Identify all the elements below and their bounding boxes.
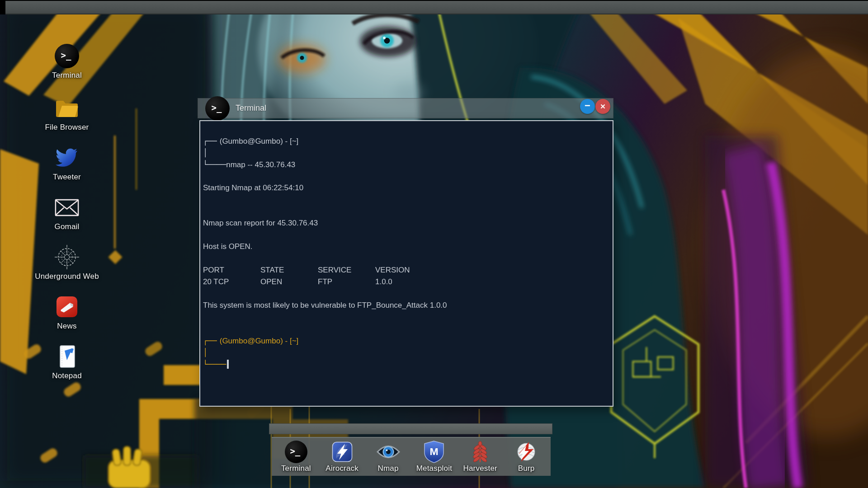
terminal-prompt-glyph: >_ — [290, 446, 300, 456]
desktop-icon-underground-web[interactable]: Underground Web — [28, 244, 105, 281]
dock-item-label: Terminal — [281, 464, 311, 473]
dock-item-burp[interactable]: Burp — [505, 441, 548, 473]
dock-item-airocrack[interactable]: Airocrack — [321, 441, 364, 473]
top-bar — [0, 0, 868, 14]
notepad-icon — [57, 344, 77, 369]
dock-item-harvester[interactable]: Harvester — [458, 441, 502, 473]
dock-shelf — [269, 423, 552, 434]
dock-item-label: Burp — [518, 464, 535, 473]
desktop-icon-label: Gomail — [54, 222, 79, 231]
minimize-icon: − — [585, 101, 590, 111]
desktop-icon-news[interactable]: News — [28, 294, 105, 331]
close-icon: ✕ — [600, 103, 606, 110]
prompt-line: ┌──(Gumbo@Gumbo) - [~] — [203, 135, 604, 147]
desktop-icon-tweeter[interactable]: Tweeter — [28, 145, 105, 182]
screen: >_ Terminal File Browser Tweeter — [0, 0, 868, 488]
spiderweb-icon — [54, 244, 80, 270]
terminal-icon: >_ — [55, 44, 79, 68]
bolt-sphere-icon — [515, 441, 537, 463]
terminal-line: Nmap scan report for 45.30.76.43 — [203, 217, 604, 229]
minimize-button[interactable]: − — [580, 99, 595, 114]
metasploit-letter: M — [430, 446, 439, 457]
prompt-line: ┌──(Gumbo@Gumbo) - [~] — [203, 335, 604, 347]
dock-item-metasploit[interactable]: M Metasploit — [412, 441, 456, 473]
text-cursor — [227, 360, 229, 369]
shield-bolt-icon — [332, 441, 353, 462]
folder-icon — [55, 98, 79, 118]
port-table-header: PORTSTATESERVICEVERSION — [203, 264, 604, 276]
terminal-prompt-glyph: >_ — [212, 103, 222, 113]
desktop-icon-gomail[interactable]: Gomail — [28, 195, 105, 231]
desktop-icon-label: Underground Web — [35, 272, 99, 281]
terminal-line: Host is OPEN. — [203, 241, 604, 253]
eye-icon — [376, 444, 401, 460]
port-table-row: 20 TCPOPENFTP1.0.0 — [203, 276, 604, 288]
prompt-line: │ — [203, 347, 604, 358]
wheat-icon — [471, 441, 489, 463]
command-line: └────nmap -- 45.30.76.43 — [203, 159, 604, 170]
dock-item-label: Airocrack — [326, 464, 359, 473]
terminal-titlebar[interactable]: >_ Terminal − ✕ — [198, 98, 613, 118]
terminal-output[interactable]: ┌──(Gumbo@Gumbo) - [~] │ └────nmap -- 45… — [199, 120, 613, 407]
news-icon — [56, 296, 78, 318]
dock: >_ Terminal Airocrack — [272, 437, 551, 476]
desktop-icon-label: Terminal — [52, 71, 82, 80]
desktop-icon-label: Tweeter — [53, 173, 81, 182]
terminal-icon: >_ — [285, 441, 307, 463]
dock-item-label: Nmap — [377, 464, 398, 473]
dock-item-label: Harvester — [463, 464, 497, 473]
dock-item-nmap[interactable]: Nmap — [367, 441, 410, 473]
desktop-icon-label: News — [57, 322, 76, 331]
desktop-icon-notepad[interactable]: Notepad — [28, 344, 105, 380]
envelope-icon — [54, 198, 80, 217]
vulnerability-line: This system is most likely to be vulnera… — [203, 300, 604, 311]
prompt-line: │ — [203, 147, 604, 159]
terminal-icon: >_ — [205, 96, 230, 121]
desktop-icon-label: Notepad — [52, 371, 82, 380]
dock-item-label: Metasploit — [416, 464, 452, 473]
close-button[interactable]: ✕ — [595, 99, 610, 114]
terminal-line: Starting Nmap at 06:22:54:10 — [203, 182, 604, 194]
bird-icon — [56, 148, 78, 168]
window-title: Terminal — [236, 103, 266, 113]
terminal-prompt-glyph: >_ — [61, 50, 71, 60]
desktop-icon-label: File Browser — [45, 123, 89, 132]
dock-item-terminal[interactable]: >_ Terminal — [274, 441, 318, 473]
shield-m-icon: M — [424, 441, 444, 463]
desktop-icon-file-browser[interactable]: File Browser — [28, 95, 105, 132]
top-bar-surface — [5, 1, 868, 14]
prompt-line: └──── — [203, 358, 604, 370]
desktop-icon-terminal[interactable]: >_ Terminal — [28, 43, 105, 80]
